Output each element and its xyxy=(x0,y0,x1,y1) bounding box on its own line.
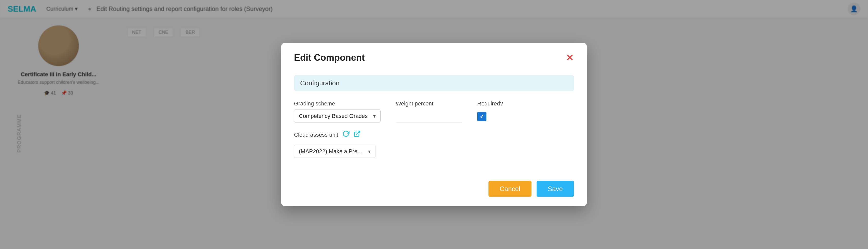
weight-percent-input[interactable] xyxy=(396,109,462,122)
config-section-label: Configuration xyxy=(300,79,340,87)
required-group: Required? ✓ xyxy=(477,100,503,121)
grading-scheme-value: Competency Based Grades xyxy=(299,113,368,119)
cloud-external-link-icon[interactable] xyxy=(353,130,361,139)
required-label: Required? xyxy=(477,100,503,107)
save-button[interactable]: Save xyxy=(536,181,574,197)
cloud-assess-arrow: ▾ xyxy=(368,148,371,154)
cancel-button[interactable]: Cancel xyxy=(489,181,531,197)
modal-close-button[interactable]: ✕ xyxy=(566,53,574,63)
svg-line-0 xyxy=(356,131,360,134)
cloud-assess-label: Cloud assess unit xyxy=(294,131,338,138)
form-row-grading: Grading scheme Competency Based Grades ▾… xyxy=(294,100,574,123)
required-checkbox[interactable]: ✓ xyxy=(477,112,487,121)
edit-component-modal: Edit Component ✕ Configuration Grading s… xyxy=(281,43,587,206)
required-checkbox-container: ✓ xyxy=(477,112,503,121)
modal-body: Configuration Grading scheme Competency … xyxy=(281,70,587,176)
grading-scheme-arrow: ▾ xyxy=(373,113,376,119)
cloud-assess-select[interactable]: (MAP2022) Make a Pre... ▾ xyxy=(294,145,375,158)
modal-title: Edit Component xyxy=(294,52,365,63)
grading-scheme-group: Grading scheme Competency Based Grades ▾ xyxy=(294,100,380,123)
cloud-refresh-icon[interactable] xyxy=(342,130,349,139)
grading-scheme-select[interactable]: Competency Based Grades ▾ xyxy=(294,109,380,123)
modal-footer: Cancel Save xyxy=(281,176,587,206)
cloud-label-row: Cloud assess unit xyxy=(294,130,375,139)
grading-scheme-label: Grading scheme xyxy=(294,100,380,107)
weight-percent-group: Weight percent xyxy=(396,100,462,122)
weight-percent-label: Weight percent xyxy=(396,100,462,107)
cloud-assess-value: (MAP2022) Make a Pre... xyxy=(299,148,362,155)
checkbox-check-icon: ✓ xyxy=(479,113,484,120)
modal-header: Edit Component ✕ xyxy=(281,43,587,70)
cloud-assess-group: Cloud assess unit xyxy=(294,130,375,158)
config-section-header: Configuration xyxy=(294,75,574,91)
form-row-cloud: Cloud assess unit xyxy=(294,130,574,158)
